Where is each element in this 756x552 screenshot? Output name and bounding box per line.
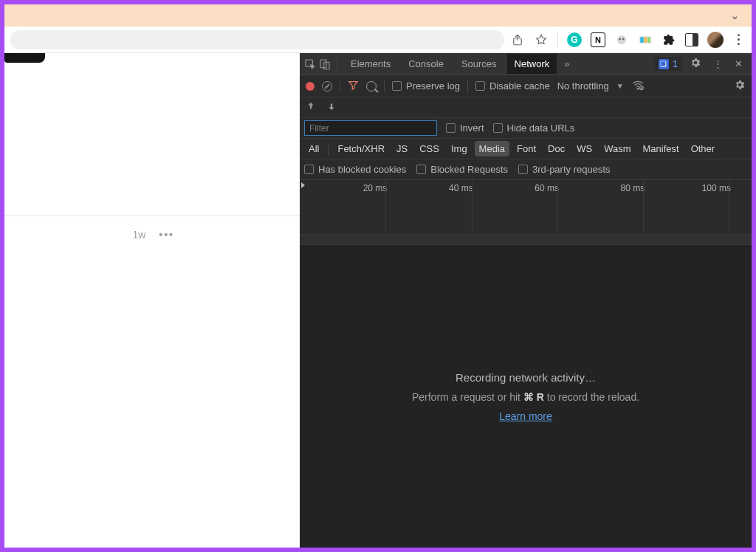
filter-row: Invert Hide data URLs [300,118,752,139]
more-tabs-icon[interactable]: » [560,58,574,69]
timeline-tick: 60 ms [535,183,559,193]
timeline-tick: 20 ms [363,183,388,193]
side-panel-toggle-icon[interactable] [685,33,698,46]
browser-menu-icon[interactable] [732,34,744,46]
extension-octo-icon[interactable] [614,32,629,47]
empty-state: Recording network activity… Perform a re… [300,245,752,548]
type-filter-row: All Fetch/XHR JS CSS Img Media Font Doc … [300,139,752,159]
type-media[interactable]: Media [475,141,509,156]
page-header-corner [4,53,45,63]
timeline-tick: 40 ms [449,183,473,193]
type-all[interactable]: All [304,141,323,156]
network-toolbar-2 [300,97,752,118]
tab-network[interactable]: Network [507,54,557,74]
filter-toggle-icon[interactable] [348,80,359,93]
type-ws[interactable]: WS [572,141,597,156]
issues-icon: ❏ [659,59,669,69]
type-other[interactable]: Other [687,141,720,156]
type-fetchxhr[interactable]: Fetch/XHR [333,141,389,156]
post-meta: 1w ••• [132,229,174,241]
svg-rect-9 [320,60,326,68]
invert-checkbox[interactable]: Invert [446,123,484,134]
svg-rect-6 [645,37,647,43]
export-har-icon[interactable] [326,101,337,114]
device-toggle-icon[interactable] [319,58,331,70]
blocked-requests-checkbox[interactable]: Blocked Requests [416,164,508,175]
throttling-caret-icon[interactable]: ▼ [616,82,624,90]
star-icon[interactable] [534,32,549,47]
timeline-tick: 80 ms [621,183,645,193]
empty-title: Recording network activity… [456,371,596,384]
svg-rect-5 [640,37,644,43]
type-css[interactable]: CSS [415,141,444,156]
share-icon[interactable] [510,32,525,47]
blocked-cookies-checkbox[interactable]: Has blocked cookies [304,164,406,175]
issues-count: 1 [673,58,678,69]
third-party-checkbox[interactable]: 3rd-party requests [518,164,611,175]
type-manifest[interactable]: Manifest [638,141,683,156]
devtools-settings-icon[interactable] [685,57,706,71]
devtools-tabbar: Elements Console Sources Network » ❏ 1 ⋮… [300,53,752,75]
extension-colored-icon[interactable] [638,32,653,47]
network-conditions-icon[interactable] [631,78,645,94]
timeline-tick: 100 ms [702,183,731,193]
learn-more-link[interactable]: Learn more [499,410,552,422]
search-icon[interactable] [366,81,377,92]
record-button[interactable] [306,82,315,91]
post-more-icon[interactable]: ••• [159,229,174,241]
svg-point-1 [617,35,626,44]
filter-input[interactable] [304,120,437,136]
type-js[interactable]: JS [392,141,412,156]
profile-avatar[interactable] [707,32,724,48]
notion-icon[interactable]: N [591,32,605,47]
svg-point-11 [637,89,639,90]
import-har-icon[interactable] [306,101,316,114]
grammarly-icon[interactable]: G [567,32,582,47]
timeline[interactable]: 20 ms 40 ms 60 ms 80 ms 100 ms [300,180,752,245]
hide-data-urls-checkbox[interactable]: Hide data URLs [493,123,575,134]
network-settings-icon[interactable] [734,79,746,93]
clear-button[interactable] [322,81,332,92]
top-banner: ⌄ [4,4,752,27]
type-font[interactable]: Font [512,141,540,156]
extensions-puzzle-icon[interactable] [662,32,676,47]
svg-point-3 [622,38,625,40]
type-img[interactable]: Img [447,141,472,156]
svg-rect-7 [647,37,650,43]
block-filter-row: Has blocked cookies Blocked Requests 3rd… [300,159,752,180]
inspect-element-icon[interactable] [304,58,316,70]
network-toolbar: Preserve log Disable cache No throttling… [300,75,752,97]
devtools-close-icon[interactable]: ✕ [730,58,747,69]
issues-button[interactable]: ❏ 1 [654,57,682,71]
page-content: 1w ••• [4,53,300,548]
timeline-start-caret-icon [301,182,305,188]
post-age: 1w [132,229,145,241]
cmd-r-shortcut: ⌘ R [523,391,544,403]
empty-hint: Perform a request or hit ⌘ R to record t… [412,391,639,403]
url-bar[interactable] [10,30,504,49]
tab-sources[interactable]: Sources [454,54,504,74]
browser-toolbar: G N [4,27,752,53]
preserve-log-checkbox[interactable]: Preserve log [392,80,460,92]
svg-point-2 [619,38,621,40]
type-wasm[interactable]: Wasm [599,141,635,156]
throttling-select[interactable]: No throttling [557,80,609,92]
devtools: Elements Console Sources Network » ❏ 1 ⋮… [300,53,752,548]
tab-elements[interactable]: Elements [343,54,398,74]
chevron-down-icon[interactable]: ⌄ [730,9,740,22]
disable-cache-checkbox[interactable]: Disable cache [475,80,550,92]
divider [4,215,300,216]
tab-console[interactable]: Console [401,54,451,74]
main-area: 1w ••• Elements Console Sources Network … [4,53,752,548]
toolbar-icons: G N [510,32,752,48]
devtools-menu-icon[interactable]: ⋮ [709,58,727,69]
type-doc[interactable]: Doc [543,141,569,156]
